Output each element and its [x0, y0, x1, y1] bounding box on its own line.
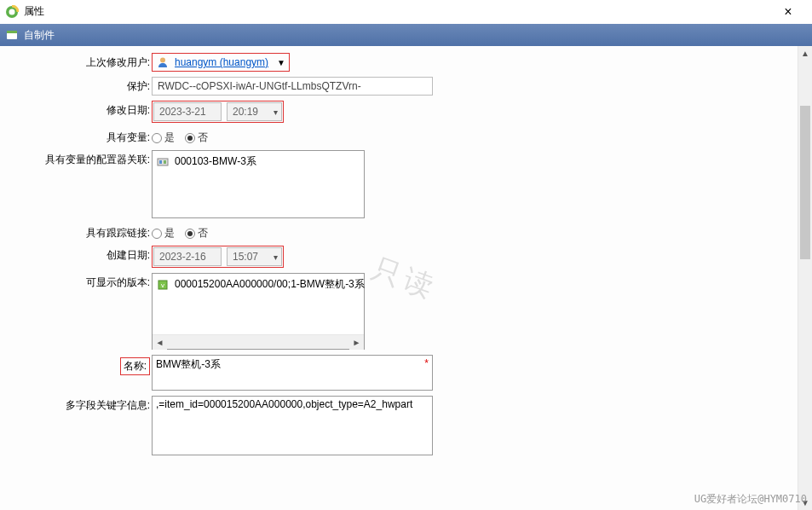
list-item[interactable]: v 000015200AA000000/00;1-BMW整机-3系 [153, 274, 364, 293]
protect-field[interactable] [152, 77, 433, 96]
section-icon [5, 28, 19, 42]
label-keywords: 多字段关键字信息: [0, 396, 152, 413]
name-field[interactable]: BMW整机-3系 * [152, 355, 433, 391]
mod-time-value: 20:19 [233, 106, 258, 118]
required-indicator: * [424, 357, 429, 369]
track-link-radio-group: 是 否 [152, 223, 208, 241]
scroll-right-button[interactable]: ► [349, 335, 364, 350]
create-time-select[interactable]: 15:07 ▾ [227, 247, 282, 266]
svg-rect-5 [158, 159, 168, 165]
svg-point-4 [160, 58, 165, 63]
last-mod-user-container: huangym (huangym) ▼ [152, 53, 290, 72]
label-mod-date: 修改日期: [0, 101, 152, 118]
has-variant-no[interactable]: 否 [185, 130, 208, 145]
label-displayable-version: 可显示的版本: [0, 273, 152, 290]
chevron-down-icon: ▾ [274, 107, 278, 117]
user-dropdown-icon[interactable]: ▼ [277, 58, 285, 67]
list-item-text: 000015200AA000000/00;1-BMW整机-3系 [175, 277, 365, 292]
create-date-container: 15:07 ▾ [152, 246, 284, 268]
label-protect: 保护: [0, 77, 152, 94]
section-title: 自制件 [24, 28, 55, 43]
keywords-value: ,=item_id=000015200AA000000,object_type=… [156, 398, 412, 410]
scroll-thumb[interactable] [800, 106, 810, 259]
properties-form: 上次修改用户: huangym (huangym) ▼ 保护: 修改日期: [0, 46, 812, 467]
create-date-field[interactable] [153, 247, 222, 266]
keywords-field[interactable]: ,=item_id=000015200AA000000,object_type=… [152, 396, 433, 455]
label-last-mod-user: 上次修改用户: [0, 53, 152, 70]
close-button[interactable]: × [771, 0, 805, 24]
part-icon [156, 155, 170, 169]
list-item-text: 000103-BMW-3系 [175, 154, 256, 169]
track-yes[interactable]: 是 [152, 226, 175, 241]
create-time-value: 15:07 [233, 251, 258, 263]
variant-cfg-listbox[interactable]: 000103-BMW-3系 [152, 150, 365, 218]
label-has-track: 具有跟踪链接: [0, 223, 152, 241]
displayable-version-listbox[interactable]: v 000015200AA000000/00;1-BMW整机-3系 ◄ ► [152, 273, 365, 350]
svg-point-1 [9, 9, 15, 14]
mod-date-container: 20:19 ▾ [152, 101, 284, 123]
name-value: BMW整机-3系 [156, 358, 221, 370]
window-titlebar: 属性 × [0, 0, 812, 24]
scroll-up-button[interactable]: ▲ [798, 46, 812, 61]
label-variant-cfg: 具有变量的配置器关联: [0, 150, 152, 167]
svg-rect-3 [7, 31, 17, 33]
has-variant-yes[interactable]: 是 [152, 130, 175, 145]
horizontal-scrollbar[interactable]: ◄ ► [153, 334, 364, 349]
mod-time-select[interactable]: 20:19 ▾ [227, 102, 282, 121]
svg-rect-6 [159, 160, 162, 164]
scroll-left-button[interactable]: ◄ [153, 335, 167, 350]
label-create-date: 创建日期: [0, 246, 152, 263]
has-variant-radio-group: 是 否 [152, 128, 208, 145]
scroll-down-button[interactable]: ▼ [798, 496, 812, 510]
section-header: 自制件 [0, 24, 812, 46]
svg-text:v: v [161, 281, 164, 289]
mod-date-field[interactable] [153, 102, 222, 121]
label-has-variant: 具有变量: [0, 128, 152, 145]
person-icon [156, 55, 170, 69]
svg-rect-7 [164, 160, 166, 164]
vertical-scrollbar[interactable]: ▲ ▼ [798, 46, 812, 510]
label-name: 名称: [120, 357, 150, 375]
app-icon [5, 5, 19, 19]
window-title: 属性 [24, 4, 44, 19]
user-link[interactable]: huangym (huangym) [175, 56, 268, 68]
chevron-down-icon: ▾ [274, 252, 278, 262]
list-item[interactable]: 000103-BMW-3系 [153, 151, 364, 171]
track-no[interactable]: 否 [185, 226, 208, 241]
version-icon: v [156, 278, 170, 292]
footer-watermark: UG爱好者论坛@HYM0710 [694, 492, 807, 507]
